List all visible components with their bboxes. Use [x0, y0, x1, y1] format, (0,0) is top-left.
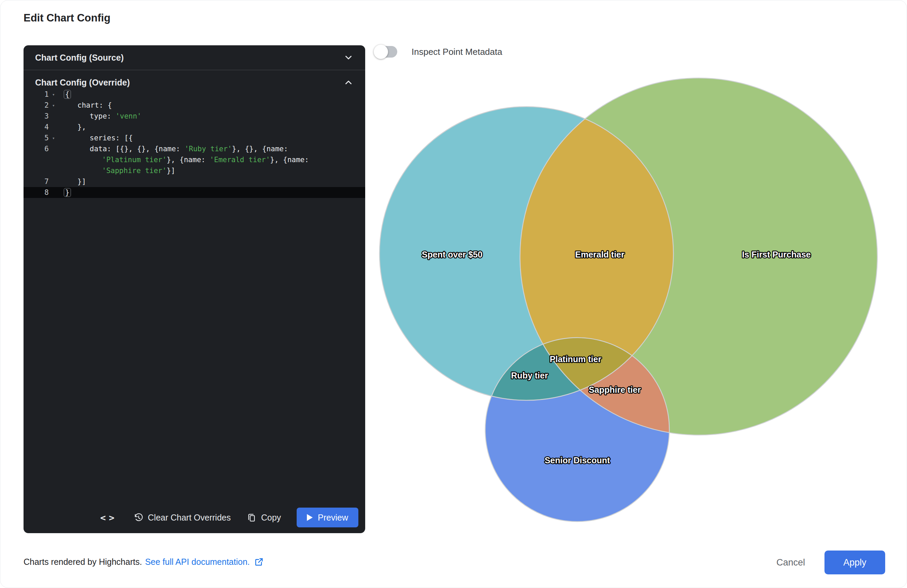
history-icon: [133, 512, 144, 522]
line-number: 1: [24, 89, 49, 100]
code-line-text: },: [77, 121, 86, 133]
venn-label-emerald-tier: Emerald tier: [575, 250, 625, 259]
code-line-text: }: [65, 187, 71, 198]
code-row[interactable]: 5▾series: [{: [24, 133, 365, 144]
code-row[interactable]: 7}]: [24, 176, 365, 187]
code-line-text: 'Sapphire tier'}]: [102, 165, 175, 176]
code-editor[interactable]: 1▾{2▾chart: {3type: 'venn'4},5▾series: […: [24, 89, 365, 198]
fold-arrow-icon[interactable]: ▾: [52, 89, 55, 100]
venn-label-sapphire-tier: Sapphire tier: [589, 385, 641, 395]
copy-icon: [247, 512, 257, 522]
code-row[interactable]: 2▾chart: {: [24, 100, 365, 111]
line-number: 8: [24, 187, 49, 198]
code-row[interactable]: 8}: [24, 187, 365, 198]
override-config-title: Chart Config (Override): [35, 78, 130, 88]
footer-credit: Charts rendered by Highcharts. See full …: [24, 557, 264, 567]
line-number: 7: [24, 176, 49, 187]
fold-arrow-icon[interactable]: ▾: [52, 100, 55, 111]
venn-label-is-first-purchase: Is First Purchase: [742, 250, 811, 259]
venn-svg[interactable]: Spent over $50Is First PurchaseSenior Di…: [369, 65, 890, 538]
code-line-text: data: [{}, {}, {name: 'Ruby tier'}, {}, …: [90, 144, 288, 154]
code-line-text: series: [{: [90, 133, 133, 144]
fold-arrow-icon[interactable]: ▾: [52, 133, 55, 144]
code-line-text: {: [65, 89, 71, 100]
code-view-icon[interactable]: <>: [96, 512, 118, 523]
clear-chart-overrides-button[interactable]: Clear Chart Overrides: [133, 512, 231, 522]
code-row[interactable]: 'Sapphire tier'}]: [24, 165, 365, 176]
inspect-metadata-row: Inspect Point Metadata: [375, 46, 502, 58]
source-config-header[interactable]: Chart Config (Source): [24, 45, 365, 70]
code-row[interactable]: 1▾{: [24, 89, 365, 100]
code-line-text: 'Platinum tier'}, {name: 'Emerald tier'}…: [102, 154, 309, 165]
venn-chart[interactable]: Spent over $50Is First PurchaseSenior Di…: [369, 65, 890, 538]
page-title: Edit Chart Config: [24, 12, 111, 24]
venn-label-senior-discount: Senior Discount: [545, 455, 610, 465]
copy-button[interactable]: Copy: [247, 512, 281, 522]
inspect-point-metadata-toggle[interactable]: [375, 46, 397, 58]
line-number: 3: [24, 111, 49, 121]
clear-chart-overrides-label: Clear Chart Overrides: [148, 513, 231, 522]
external-link-icon[interactable]: [254, 557, 264, 567]
chevron-down-icon[interactable]: [343, 53, 354, 63]
code-row[interactable]: 4},: [24, 121, 365, 133]
play-icon: [307, 514, 312, 521]
code-line-text: }]: [77, 176, 86, 187]
apply-button[interactable]: Apply: [824, 551, 885, 574]
line-number: 5: [24, 133, 49, 144]
editor-toolbar: <> Clear Chart Overrides Copy Preview: [24, 502, 365, 533]
code-row[interactable]: 'Platinum tier'}, {name: 'Emerald tier'}…: [24, 154, 365, 165]
toggle-knob: [374, 45, 388, 59]
code-row[interactable]: 3type: 'venn': [24, 111, 365, 121]
preview-button[interactable]: Preview: [296, 508, 358, 527]
highcharts-credit-text: Charts rendered by Highcharts.: [24, 557, 142, 567]
line-number: 4: [24, 121, 49, 133]
chevron-up-icon[interactable]: [343, 77, 354, 88]
source-config-title: Chart Config (Source): [35, 53, 124, 63]
line-number: 2: [24, 100, 49, 111]
chart-config-editor-panel: Chart Config (Source) Chart Config (Over…: [24, 45, 365, 533]
code-line-text: type: 'venn': [90, 111, 141, 121]
cancel-button[interactable]: Cancel: [768, 550, 813, 575]
preview-label: Preview: [318, 513, 348, 522]
venn-label-spent-over-50: Spent over $50: [422, 250, 482, 259]
inspect-point-metadata-label: Inspect Point Metadata: [412, 47, 502, 57]
line-number: 6: [24, 144, 49, 154]
code-line-text: chart: {: [77, 100, 112, 111]
venn-label-ruby-tier: Ruby tier: [511, 371, 548, 380]
code-row[interactable]: 6data: [{}, {}, {name: 'Ruby tier'}, {},…: [24, 144, 365, 154]
venn-label-platinum-tier: Platinum tier: [550, 354, 601, 364]
api-documentation-link[interactable]: See full API documentation.: [145, 557, 250, 567]
copy-label: Copy: [261, 513, 281, 522]
